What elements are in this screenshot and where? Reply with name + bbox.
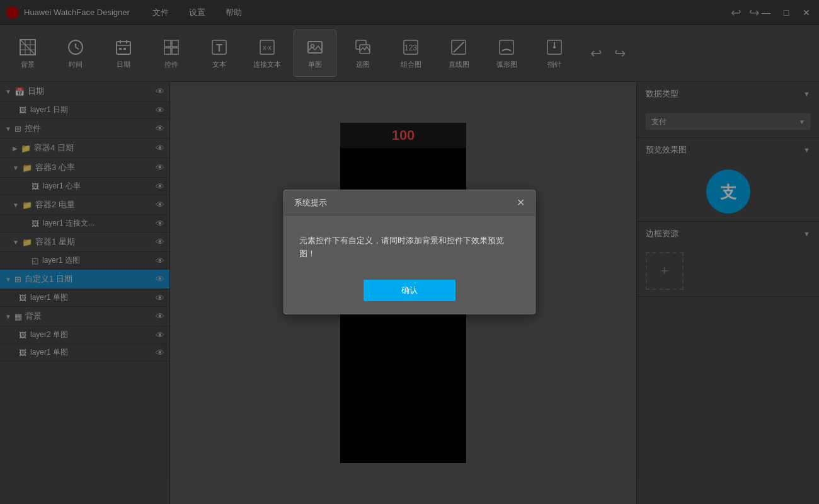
modal-body: 元素控件下有自定义，请同时添加背景和控件下效果预览图！ (284, 215, 535, 273)
modal-close-icon[interactable]: ✕ (517, 197, 525, 209)
modal-title: 系统提示 (294, 197, 327, 209)
modal-header: 系统提示 ✕ (284, 190, 535, 215)
modal-dialog: 系统提示 ✕ 元素控件下有自定义，请同时添加背景和控件下效果预览图！ 确认 (284, 190, 536, 314)
modal-confirm-button[interactable]: 确认 (364, 280, 455, 301)
modal-overlay: 系统提示 ✕ 元素控件下有自定义，请同时添加背景和控件下效果预览图！ 确认 (0, 0, 819, 504)
modal-message: 元素控件下有自定义，请同时添加背景和控件下效果预览图！ (299, 236, 504, 258)
modal-footer: 确认 (284, 273, 535, 314)
